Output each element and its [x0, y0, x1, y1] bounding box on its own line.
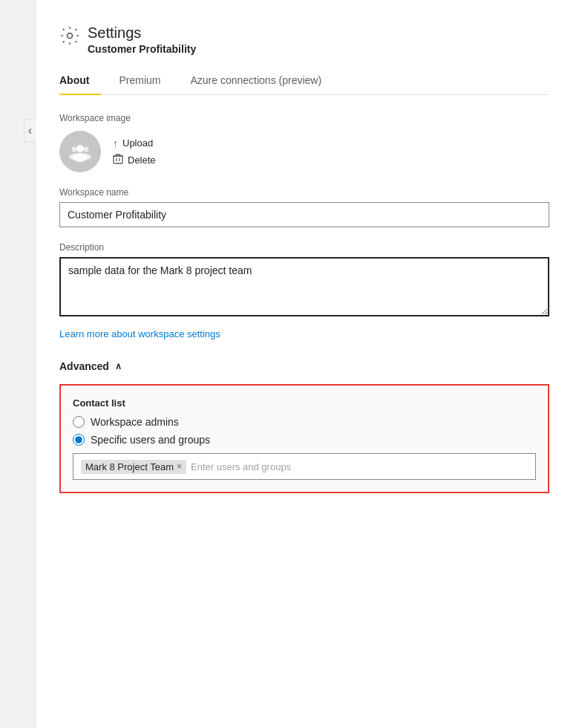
header-text: Settings Customer Profitability: [88, 24, 196, 55]
svg-point-1: [76, 145, 84, 152]
image-actions: ↑ Upload Delete: [113, 137, 156, 166]
tab-azure[interactable]: Azure connections (preview): [190, 67, 333, 95]
users-input-placeholder: Enter users and groups: [191, 461, 528, 472]
delete-label: Delete: [128, 155, 156, 166]
description-input[interactable]: sample data for the Mark 8 project team: [59, 257, 549, 316]
description-label: Description: [59, 242, 549, 253]
upload-label: Upload: [122, 137, 153, 149]
delete-button[interactable]: Delete: [113, 154, 156, 166]
users-input-container[interactable]: Mark 8 Project Team × Enter users and gr…: [73, 453, 536, 480]
svg-point-5: [84, 147, 89, 152]
learn-more-link[interactable]: Learn more about workspace settings: [59, 328, 549, 339]
workspace-admins-label: Workspace admins: [91, 416, 179, 428]
advanced-label: Advanced: [59, 360, 109, 372]
sidebar-collapse-arrow[interactable]: ‹: [24, 119, 36, 143]
svg-point-0: [68, 33, 73, 39]
tabs-container: About Premium Azure connections (preview…: [59, 67, 549, 95]
upload-button[interactable]: ↑ Upload: [113, 137, 156, 149]
radio-workspace-admins-input[interactable]: [73, 416, 85, 428]
upload-icon: ↑: [113, 137, 118, 149]
delete-icon: [113, 154, 123, 166]
advanced-header[interactable]: Advanced ∧: [59, 360, 549, 372]
settings-title: Settings: [88, 24, 196, 42]
advanced-toggle-icon: ∧: [115, 361, 122, 371]
radio-specific-users[interactable]: Specific users and groups: [73, 434, 536, 446]
workspace-image-label: Workspace image: [59, 113, 549, 123]
workspace-name-input[interactable]: [59, 202, 549, 227]
tab-about[interactable]: About: [59, 67, 101, 95]
svg-point-6: [81, 154, 91, 160]
left-sidebar: ‹: [0, 0, 36, 728]
contact-list-title: Contact list: [73, 397, 536, 409]
main-content: Settings Customer Profitability About Pr…: [36, 0, 579, 728]
svg-point-4: [69, 154, 79, 160]
header: Settings Customer Profitability: [59, 24, 549, 55]
specific-users-label: Specific users and groups: [91, 434, 210, 446]
workspace-subtitle: Customer Profitability: [88, 43, 196, 55]
workspace-image-section: Workspace image ↑ Upload: [59, 113, 549, 172]
workspace-name-section: Workspace name: [59, 187, 549, 227]
svg-rect-7: [114, 156, 122, 163]
tag-value: Mark 8 Project Team: [85, 461, 174, 472]
gear-icon: [59, 25, 80, 46]
svg-point-3: [72, 147, 77, 152]
user-tag: Mark 8 Project Team ×: [81, 460, 186, 474]
workspace-image-row: ↑ Upload Delete: [59, 131, 549, 172]
description-section: Description sample data for the Mark 8 p…: [59, 242, 549, 319]
radio-workspace-admins[interactable]: Workspace admins: [73, 416, 536, 428]
radio-specific-users-input[interactable]: [73, 434, 85, 446]
advanced-section: Advanced ∧ Contact list Workspace admins…: [59, 360, 549, 493]
chevron-left-icon: ‹: [28, 124, 32, 137]
workspace-avatar: [59, 131, 101, 172]
contact-list-box: Contact list Workspace admins Specific u…: [59, 384, 549, 493]
tag-close-button[interactable]: ×: [177, 462, 182, 471]
workspace-name-label: Workspace name: [59, 187, 549, 198]
tab-premium[interactable]: Premium: [119, 67, 172, 95]
